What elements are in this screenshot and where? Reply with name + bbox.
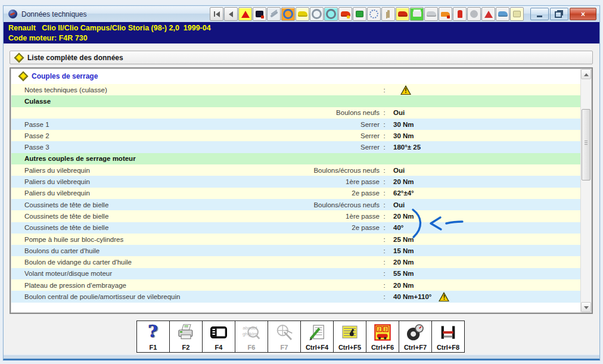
- table-row[interactable]: Passe 1Serrer:30 Nm: [11, 119, 581, 130]
- wheel-alignment-icon[interactable]: [296, 7, 309, 21]
- sphere-icon[interactable]: [467, 7, 481, 21]
- select-data-button[interactable]: Ctrl+F5: [333, 321, 366, 353]
- section-header[interactable]: Couples de serrage: [11, 69, 592, 83]
- row-label: Volant moteur/disque moteur: [11, 270, 380, 277]
- minimize-button[interactable]: [530, 8, 549, 20]
- restore-button[interactable]: [550, 8, 568, 20]
- hazard-triangle-car-icon[interactable]: [481, 7, 495, 21]
- scroll-up-button[interactable]: [581, 69, 591, 79]
- seat-icon[interactable]: [453, 7, 467, 21]
- diamond-icon: [14, 52, 24, 63]
- window-title: Données techniques: [21, 10, 86, 18]
- colon-separator: :: [380, 109, 389, 116]
- measure-compass-icon: [274, 323, 294, 342]
- row-label: Paliers du vilebrequin: [11, 167, 313, 174]
- table-row[interactable]: Paliers du vilebrequin2e passe:62°±4°: [11, 188, 581, 199]
- battery-service-icon[interactable]: [396, 7, 409, 21]
- document-pen-icon: [307, 323, 327, 342]
- row-value: Oui: [389, 201, 581, 209]
- diamond-icon: [18, 71, 29, 81]
- row-label: Passe 1: [11, 121, 360, 128]
- table-row[interactable]: Passe 3Serrer:180°± 25: [11, 141, 581, 153]
- notes-button[interactable]: Ctrl+F4: [300, 321, 334, 353]
- warning-icon[interactable]: !: [439, 292, 449, 301]
- colon-separator: :: [380, 213, 389, 220]
- brake-disc-icon[interactable]: [281, 7, 295, 21]
- table-row[interactable]: Plateau de pression d'embrayage:20 Nm: [11, 279, 581, 291]
- colon-separator: :: [380, 144, 389, 151]
- row-value: Oui: [389, 167, 581, 174]
- table-row[interactable]: Paliers du vilebrequin1ère passe:20 Nm: [11, 176, 581, 187]
- table-row[interactable]: Coussinets de tête de bielleBoulons/écro…: [11, 199, 581, 210]
- data-rows: Notes techniques (culasse):!CulasseBoulo…: [11, 84, 581, 312]
- shortcut-label: Ctrl+F7: [404, 344, 427, 351]
- recovery-truck-icon[interactable]: [439, 7, 452, 21]
- colon-separator: :: [380, 86, 389, 94]
- repair-tools-icon[interactable]: [267, 7, 281, 21]
- print-service-icon[interactable]: [410, 7, 424, 21]
- engine-data-button[interactable]: 2 3 Ctrl+F6: [366, 321, 399, 353]
- diagnostics-icon[interactable]: [324, 7, 338, 21]
- table-row[interactable]: Paliers du vilebrequinBoulons/écrous neu…: [11, 164, 581, 176]
- row-label: Plateau de pression d'embrayage: [11, 282, 380, 289]
- nav-first-icon[interactable]: [210, 7, 223, 21]
- table-row[interactable]: Passe 2Serrer:30 Nm: [11, 130, 581, 141]
- row-value: 55 Nm: [389, 270, 581, 277]
- car-numbers-icon: 2 3: [372, 323, 393, 342]
- notebook-screen-icon: [209, 323, 229, 342]
- section-row[interactable]: Culasse: [11, 95, 581, 107]
- spark-plug-icon[interactable]: [381, 7, 395, 21]
- wheels-tyres-button[interactable]: Ctrl+F7: [399, 321, 432, 353]
- colon-separator: :: [380, 201, 389, 209]
- data-list-bar[interactable]: Liste complète des données: [10, 51, 593, 64]
- vertical-scrollbar[interactable]: [580, 69, 591, 312]
- row-value: 25 Nm: [389, 236, 581, 243]
- colon-separator: :: [380, 236, 389, 243]
- table-row[interactable]: Boulon central de poulie/amortisseur de …: [11, 291, 581, 302]
- note-card-icon[interactable]: [510, 7, 524, 21]
- table-row[interactable]: Boulons du carter d'huile:15 Nm: [11, 245, 581, 256]
- section-title: Couples de serrage: [32, 72, 98, 80]
- nav-previous-icon[interactable]: [224, 7, 238, 21]
- window-controls: ×: [530, 8, 596, 20]
- row-parameter: Serrer: [360, 144, 380, 151]
- estimate-car-icon[interactable]: [424, 7, 438, 21]
- warning-icon[interactable]: !: [400, 85, 411, 95]
- screen: Données techniques × Renault Clio II/Cli…: [0, 0, 603, 364]
- colon-separator: :: [380, 132, 389, 139]
- table-row[interactable]: Coussinets de tête de bielle2e passe:40°: [11, 222, 581, 234]
- row-label: Passe 3: [11, 144, 360, 151]
- technical-warning-icon[interactable]: [238, 7, 252, 21]
- scrollbar-thumb[interactable]: [582, 109, 590, 181]
- tyre-icon[interactable]: [310, 7, 324, 21]
- close-button[interactable]: ×: [570, 8, 596, 20]
- table-row[interactable]: Boulon de vidange du carter d'huile:20 N…: [11, 256, 581, 267]
- row-value: 15 Nm: [389, 247, 581, 254]
- control-panel-icon[interactable]: [253, 7, 266, 21]
- garage-door-icon[interactable]: [353, 7, 366, 21]
- row-parameter: 2e passe: [352, 224, 380, 231]
- colon-separator: :: [380, 270, 389, 277]
- engine-parts-icon[interactable]: [367, 7, 381, 21]
- screen-view-button[interactable]: F4: [202, 321, 235, 353]
- service-car-icon[interactable]: [496, 7, 509, 21]
- vehicle-lift-button[interactable]: Ctrl+F8: [431, 321, 465, 353]
- section-row[interactable]: Autres couples de serrage moteur: [11, 153, 581, 164]
- print-button[interactable]: F2: [169, 321, 203, 353]
- svg-text:2: 2: [378, 326, 380, 332]
- printer-icon: [176, 323, 196, 342]
- colon-separator: :: [380, 259, 389, 266]
- table-row[interactable]: Notes techniques (culasse):!: [11, 84, 581, 95]
- row-parameter: 2e passe: [352, 189, 380, 197]
- section-row-label: Culasse: [11, 98, 581, 105]
- row-label: Boulon de vidange du carter d'huile: [11, 259, 380, 266]
- table-row[interactable]: Pompe à huile sur bloc-cylindres:25 Nm: [11, 234, 581, 245]
- scroll-down-button[interactable]: [581, 302, 591, 312]
- table-row[interactable]: Boulons neufs:Oui: [11, 107, 581, 119]
- help-button[interactable]: ? ? F1: [136, 321, 170, 353]
- table-row[interactable]: Volant moteur/disque moteur:55 Nm: [11, 268, 581, 279]
- row-label: Coussinets de tête de bielle: [11, 224, 352, 231]
- table-row[interactable]: Coussinets de tête de bielle1ère passe:2…: [11, 210, 581, 222]
- text-search-button: abcdef ghijklm F6: [235, 321, 268, 353]
- body-repair-icon[interactable]: [338, 7, 352, 21]
